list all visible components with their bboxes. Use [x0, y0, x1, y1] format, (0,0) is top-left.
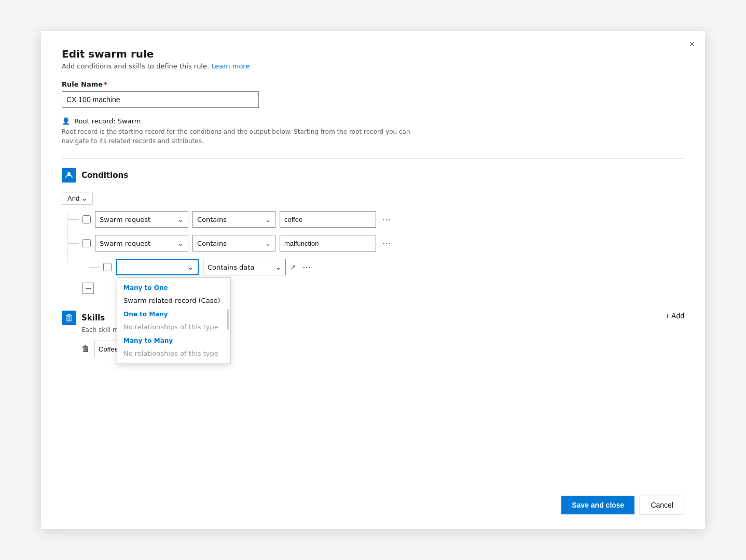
field-empty: [121, 263, 123, 271]
group-label-many-to-many: Many to Many: [117, 334, 230, 346]
skills-icon: [62, 311, 76, 325]
delete-skill-button[interactable]: 🗑: [81, 344, 90, 354]
condition-1-value-input[interactable]: [280, 211, 376, 228]
svg-point-0: [67, 172, 71, 175]
conditions-title: Conditions: [81, 171, 128, 180]
condition-3-field-dropdown[interactable]: ⌄ Many to One Swarm related record (Case…: [116, 259, 199, 275]
collapse-button[interactable]: −: [82, 283, 94, 294]
close-button[interactable]: ×: [689, 39, 695, 49]
group-label-one-to-many: One to Many: [117, 307, 230, 320]
expand-icon-button[interactable]: ↗: [290, 263, 296, 271]
condition-2-checkbox[interactable]: [82, 239, 91, 247]
modal-title: Edit swarm rule: [62, 48, 684, 60]
condition-2-operator-dropdown[interactable]: Contains ⌄: [192, 235, 275, 251]
dropdown-item-swarm-related[interactable]: Swarm related record (Case): [117, 293, 230, 307]
cancel-button[interactable]: Cancel: [640, 496, 684, 514]
chevron-down-icon: ⌄: [265, 240, 271, 247]
footer: Save and close Cancel: [561, 496, 684, 514]
condition-1-checkbox[interactable]: [82, 215, 91, 223]
save-and-close-button[interactable]: Save and close: [561, 496, 634, 514]
root-record-label: 👤 Root record: Swarm: [62, 117, 684, 125]
chevron-down-icon: ⌄: [275, 263, 281, 271]
root-record-description: Root record is the starting record for t…: [62, 127, 425, 146]
dropdown-item-no-many-to-many: No relationships of this type: [117, 346, 230, 360]
condition-2-field-dropdown[interactable]: Swarm request ⌄: [95, 235, 188, 251]
modal-subtitle: Add conditions and skills to define this…: [62, 62, 684, 70]
learn-more-link[interactable]: Learn more: [211, 62, 250, 70]
condition-row-2: Swarm request ⌄ Contains ⌄ ⋯: [82, 235, 684, 251]
condition-1-more-button[interactable]: ⋯: [380, 215, 394, 225]
rule-name-input[interactable]: [62, 91, 259, 108]
condition-1-field-dropdown[interactable]: Swarm request ⌄: [95, 211, 188, 228]
chevron-down-icon: ⌄: [178, 216, 184, 223]
condition-1-operator-dropdown[interactable]: Contains ⌄: [192, 211, 275, 228]
field-dropdown-popup: Many to One Swarm related record (Case) …: [117, 277, 231, 364]
rule-name-group: Rule Name*: [62, 80, 684, 108]
conditions-area: And ⌄ Swarm request ⌄ Contains ⌄ ⋯ Swarm…: [62, 192, 684, 294]
condition-3-checkbox[interactable]: [103, 263, 112, 271]
add-skill-button[interactable]: + Add: [666, 312, 684, 320]
condition-3-operator-dropdown[interactable]: Contains data ⌄: [203, 259, 286, 275]
chevron-down-icon: ⌄: [81, 194, 87, 202]
condition-row-1: Swarm request ⌄ Contains ⌄ ⋯: [82, 211, 684, 228]
skills-header-left: Skills: [62, 311, 105, 325]
and-button[interactable]: And ⌄: [62, 192, 93, 205]
connector-line: [67, 213, 67, 263]
chevron-down-icon: ⌄: [178, 240, 184, 247]
scrollbar: [227, 309, 229, 330]
condition-3-more-button[interactable]: ⋯: [300, 262, 314, 272]
rule-name-label: Rule Name*: [62, 80, 684, 88]
edit-swarm-rule-modal: × Edit swarm rule Add conditions and ski…: [41, 31, 705, 529]
skills-title: Skills: [81, 313, 105, 323]
condition-row-3: ⌄ Many to One Swarm related record (Case…: [103, 259, 684, 275]
chevron-down-icon: ⌄: [265, 216, 271, 223]
condition-2-more-button[interactable]: ⋯: [380, 239, 394, 248]
dropdown-item-no-one-to-many: No relationships of this type: [117, 320, 230, 334]
conditions-header: Conditions: [62, 168, 684, 183]
conditions-icon: [62, 168, 76, 183]
person-icon: 👤: [62, 117, 70, 125]
group-label-many-to-one: Many to One: [117, 281, 230, 293]
divider: [62, 158, 684, 159]
chevron-down-icon: ⌄: [188, 263, 194, 271]
condition-2-value-input[interactable]: [280, 235, 376, 251]
